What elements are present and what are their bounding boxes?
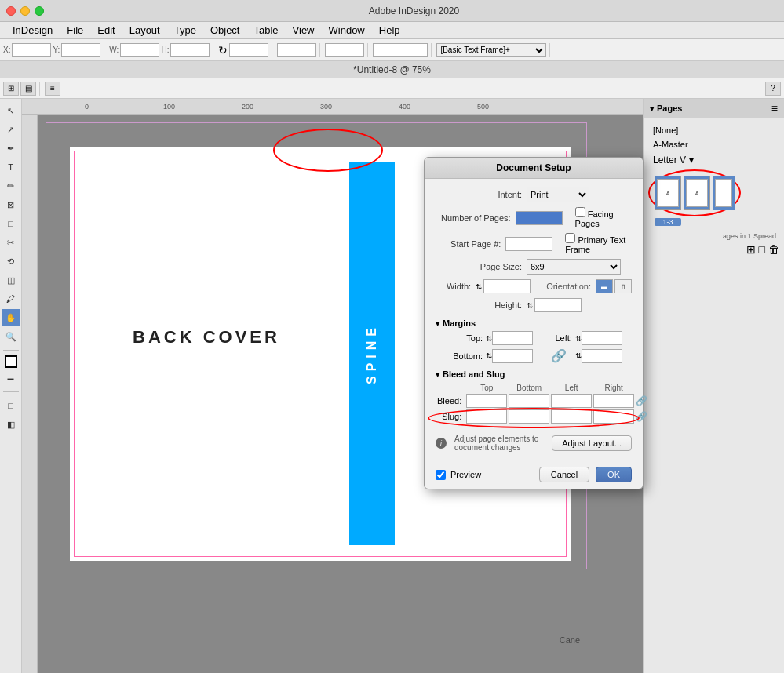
slug-link-icon[interactable]: 🔗 — [636, 411, 647, 422]
menu-type[interactable]: Type — [168, 23, 202, 38]
rectangle-frame-tool[interactable]: ⊠ — [2, 196, 20, 213]
bleed-bottom-input[interactable]: 0.125 in — [509, 394, 549, 408]
slug-top-input[interactable]: 0.5 in — [466, 409, 507, 424]
free-transform-tool[interactable]: ⟲ — [2, 253, 20, 270]
h-input[interactable] — [170, 43, 210, 57]
page-thumb-3[interactable] — [713, 176, 735, 210]
x-input[interactable] — [12, 43, 51, 57]
menu-help[interactable]: Help — [373, 23, 407, 38]
bleed-slug-section-title[interactable]: Bleed and Slug — [436, 369, 632, 379]
panel-icon-trash[interactable]: 🗑 — [768, 243, 779, 256]
letter-v-dropdown-icon[interactable]: ▾ — [689, 155, 694, 166]
menu-file[interactable]: File — [60, 23, 89, 38]
slug-left-input[interactable]: 0.5 in — [551, 409, 592, 424]
type-tool[interactable]: T — [2, 158, 20, 176]
pen-tool[interactable]: ✒ — [2, 140, 20, 157]
gradient-tool[interactable]: ◫ — [2, 271, 20, 289]
direct-selection-tool[interactable]: ↗ — [2, 121, 20, 138]
start-page-input[interactable]: 1 — [505, 237, 552, 251]
slug-right-input[interactable]: 0.5 in — [593, 409, 634, 424]
frame-style-select[interactable]: [Basic Text Frame]+ — [436, 43, 546, 57]
menu-view[interactable]: View — [286, 23, 321, 38]
panel-none-item[interactable]: [None] — [648, 123, 779, 137]
toolbar-rotation: ↻ — [218, 43, 272, 57]
preview-mode[interactable]: ◧ — [2, 416, 20, 433]
portrait-btn[interactable]: ▬ — [596, 279, 613, 293]
toolbar-view-controls: ⊞ ▤ — [3, 82, 40, 96]
width-input[interactable]: 6 in — [483, 279, 531, 293]
zoom-tool[interactable]: 🔍 — [2, 328, 20, 345]
bleed-slug-table: Top Bottom Left Right Bleed: 0.125 in 0.… — [436, 382, 649, 425]
height-spinner: ⇅ 9 in — [527, 298, 582, 312]
adjust-layout-button[interactable]: Adjust Layout... — [552, 435, 632, 451]
bleed-right-input[interactable]: 0.125 in — [593, 394, 634, 408]
normal-mode[interactable]: □ — [2, 397, 20, 414]
bottom-margin-spinner-icon[interactable]: ⇅ — [486, 351, 492, 360]
left-margin-label: Left: — [545, 333, 572, 343]
bleed-left-input[interactable]: 0.125 in — [551, 394, 592, 408]
primary-text-checkbox[interactable] — [565, 233, 575, 243]
arrange-icon[interactable]: ≡ — [45, 82, 60, 96]
hand-tool[interactable]: ✋ — [2, 309, 20, 326]
menu-layout[interactable]: Layout — [123, 23, 166, 38]
intent-select[interactable]: Print — [527, 187, 589, 202]
dialog-title: Document Setup — [425, 158, 643, 179]
top-margin-input[interactable]: 0 in — [492, 331, 533, 345]
panel-a-master-item[interactable]: A-Master — [648, 137, 779, 151]
right-margin-spinner-icon[interactable]: ⇅ — [575, 351, 582, 360]
traffic-lights[interactable] — [6, 6, 44, 16]
percent-input[interactable]: 100% — [325, 43, 364, 57]
position-input[interactable]: 0.1667 in — [373, 43, 428, 57]
menu-edit[interactable]: Edit — [91, 23, 121, 38]
rectangle-tool[interactable]: □ — [2, 215, 20, 232]
close-button[interactable] — [6, 6, 16, 16]
maximize-button[interactable] — [35, 6, 44, 16]
bottom-margin-input[interactable]: 0 in — [492, 349, 533, 363]
pages-panel-collapse-icon[interactable]: ▾ — [650, 104, 654, 113]
page-thumb-2[interactable]: A — [684, 176, 710, 210]
page-thumb-1[interactable]: A — [655, 176, 681, 210]
scissors-tool[interactable]: ✂ — [2, 234, 20, 251]
height-spinner-icon[interactable]: ⇅ — [527, 301, 533, 310]
app-title-bar: Adobe InDesign 2020 — [0, 0, 784, 22]
panel-icon-2[interactable]: □ — [759, 243, 765, 256]
pt-input[interactable]: 0 pt — [277, 43, 316, 57]
y-input[interactable] — [61, 43, 100, 57]
width-spinner-icon[interactable]: ⇅ — [476, 282, 482, 291]
landscape-btn[interactable]: ▯ — [614, 279, 632, 293]
menu-object[interactable]: Object — [204, 23, 246, 38]
preview-checkbox[interactable] — [436, 470, 446, 480]
right-margin-input[interactable]: 0 in — [582, 349, 622, 363]
view-mode-icon[interactable]: ⊞ — [3, 82, 19, 96]
minimize-button[interactable] — [20, 6, 30, 16]
menu-indesign[interactable]: InDesign — [6, 23, 59, 38]
eyedropper-tool[interactable]: 🖍 — [2, 290, 20, 307]
panel-icon-1[interactable]: ⊞ — [746, 243, 756, 256]
pencil-tool[interactable]: ✏ — [2, 177, 20, 195]
left-margin-spinner-icon[interactable]: ⇅ — [575, 334, 582, 343]
menu-table[interactable]: Table — [247, 23, 284, 38]
margins-section-title[interactable]: Margins — [436, 318, 632, 328]
bleed-top-input[interactable]: 0.125 in — [466, 394, 507, 408]
facing-pages-checkbox[interactable] — [575, 207, 585, 217]
num-pages-input[interactable]: 3 — [516, 211, 563, 225]
screen-mode-icon[interactable]: ▤ — [20, 82, 36, 96]
menu-window[interactable]: Window — [323, 23, 371, 38]
page-size-select[interactable]: 6x9 — [527, 259, 621, 275]
help-icon[interactable]: ? — [765, 82, 781, 96]
ok-button[interactable]: OK — [596, 467, 632, 482]
bleed-link-icon[interactable]: 🔗 — [636, 395, 647, 406]
document-tab[interactable]: *Untitled-8 @ 75% — [0, 61, 784, 78]
stroke-color[interactable]: ▬ — [2, 369, 20, 387]
rotate-input[interactable] — [229, 43, 268, 57]
fill-color[interactable] — [5, 355, 17, 368]
selection-tool[interactable]: ↖ — [2, 102, 20, 119]
height-input[interactable]: 9 in — [534, 298, 582, 312]
ruler-top: 0 100 200 300 400 500 — [22, 99, 643, 115]
w-input[interactable] — [120, 43, 159, 57]
panel-menu-icon[interactable]: ≡ — [771, 102, 778, 115]
left-margin-input[interactable]: 0 in — [582, 331, 622, 345]
cancel-button[interactable]: Cancel — [539, 467, 589, 482]
slug-bottom-input[interactable]: 0.5 in — [509, 409, 549, 424]
top-margin-spinner-icon[interactable]: ⇅ — [486, 334, 492, 343]
